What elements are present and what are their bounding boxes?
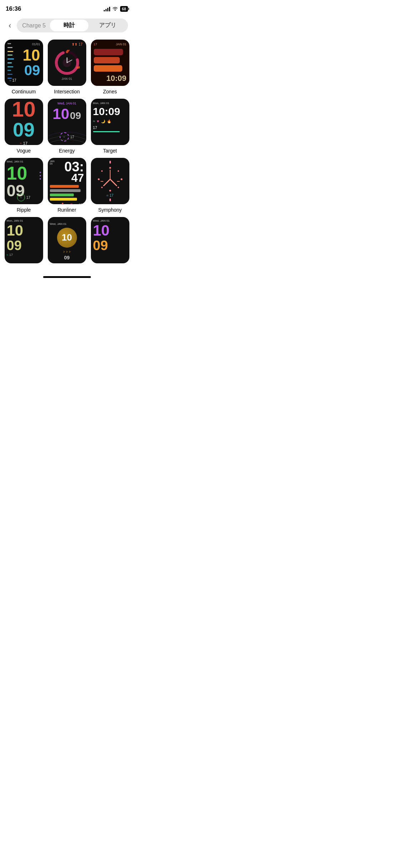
watch-face-preview-target: Mon, JAN 01 10:09 ≈ ♥ 🌙 🔥 17 [91, 99, 129, 145]
svg-point-0 [114, 10, 115, 11]
tab-apps[interactable]: アプリ [88, 20, 127, 31]
bottom2-time-area: › › › 09 [63, 249, 71, 260]
ripple-bottom: ≈ 17 [5, 193, 43, 201]
watch-face-name-intersection: Intersection [54, 89, 79, 94]
watch-face-name-ripple: Ripple [17, 207, 31, 213]
svg-point-13 [101, 170, 103, 172]
svg-point-10 [118, 170, 119, 172]
zones-header: 17 JAN 01 [94, 42, 127, 46]
runliner-pin-icon: 📍 [61, 203, 65, 205]
bottom2-circle: 10 [57, 228, 77, 248]
watch-face-item-runliner[interactable]: JAN 05 03: 47 👟 📍 ♥ 100 Ru [47, 158, 86, 213]
wifi-icon [112, 6, 118, 12]
watch-face-preview-intersection: ⬆⬆17 JAN 01 [48, 40, 86, 86]
watch-face-preview-bottom1: Mon, JAN 01 10 09 ≈17 [5, 217, 43, 263]
intersection-chart [54, 50, 80, 76]
svg-point-7 [120, 178, 122, 180]
continuum-hour: 10 09 [23, 47, 40, 77]
watch-face-preview-continuum: 01/01 10 09 ≈ 17 [5, 40, 43, 86]
target-icons: ≈ ♥ 🌙 🔥 [91, 118, 129, 125]
vogue-steps: ≈ 17 [20, 141, 27, 145]
bottom2-chevrons: › › › [63, 249, 71, 254]
nav-bar: ‹ Charge 5 時計 アプリ [0, 16, 134, 37]
watch-face-name-symphony: Symphony [98, 207, 122, 213]
bottom3-minute: 09 [91, 239, 129, 252]
watch-face-item-target[interactable]: Mon, JAN 01 10:09 ≈ ♥ 🌙 🔥 17 Target [91, 99, 129, 154]
intersection-date: JAN 01 [62, 77, 72, 81]
back-button[interactable]: ‹ [6, 20, 14, 32]
energy-bg-lines [48, 126, 86, 145]
bottom2-minute: 09 [64, 255, 70, 260]
bottom3-hour: 10 [91, 222, 129, 239]
bottom1-date: Mon, JAN 01 [5, 217, 43, 222]
watch-face-grid: 01/01 10 09 ≈ 17 Continuum ⬆⬆17 [0, 37, 134, 272]
watch-face-item-vogue[interactable]: 10 09 ≈ 17 Vogue [4, 99, 43, 154]
energy-time: 10 09 [48, 107, 86, 122]
watch-face-item-bottom1[interactable]: Mon, JAN 01 10 09 ≈17 [4, 217, 43, 266]
watch-face-preview-ripple: Wed, JAN 01 10 09 ≈ 17 [5, 158, 43, 204]
runliner-bars [50, 185, 84, 201]
watch-face-item-symphony[interactable]: ≈17 Symphony [91, 158, 129, 213]
watch-face-preview-bottom3: Wed, JAN 01 10 09 [91, 217, 129, 263]
runliner-steps: 100 [78, 203, 84, 205]
watch-face-name-vogue: Vogue [17, 148, 31, 154]
watch-face-preview-energy: Wed, JAN 01 10 09 ≈ 17 [48, 99, 86, 145]
runliner-date: JAN [50, 160, 55, 162]
runliner-day: 05 [50, 162, 55, 165]
status-icons: 68 [104, 6, 128, 12]
intersection-steps: ⬆⬆17 [72, 42, 82, 46]
ripple-hour: 10 [5, 164, 43, 182]
watch-face-name-runliner: Runliner [57, 207, 76, 213]
home-indicator [43, 276, 91, 278]
watch-face-preview-zones: 17 JAN 01 10:09 [91, 40, 129, 86]
device-name-label: Charge 5 [18, 20, 50, 31]
runliner-bottom: 👟 📍 ♥ 100 [50, 202, 84, 204]
continuum-date: 01/01 [32, 42, 40, 46]
svg-point-6 [109, 167, 111, 169]
zones-bars [94, 49, 127, 72]
signal-icon [104, 6, 110, 11]
svg-line-15 [110, 179, 117, 186]
bottom1-minute: 09 [5, 239, 43, 252]
symphony-top-dot [109, 161, 111, 164]
watch-face-name-energy: Energy [59, 148, 74, 154]
svg-point-9 [98, 178, 99, 180]
bottom2-date: Wed, JAN 01 [48, 220, 69, 226]
tab-clock[interactable]: 時計 [50, 20, 88, 31]
watch-face-preview-symphony: ≈17 [91, 158, 129, 204]
svg-point-8 [109, 190, 111, 191]
target-date: Mon, JAN 01 [91, 99, 129, 105]
symphony-bottom-dot [109, 198, 111, 201]
symphony-clock-svg [96, 165, 124, 193]
target-progress-bar [93, 131, 120, 132]
watch-face-name-continuum: Continuum [12, 89, 36, 94]
ripple-dots-right [40, 172, 41, 180]
watch-face-item-energy[interactable]: Wed, JAN 01 10 09 ≈ 17 Energy [47, 99, 86, 154]
target-steps: 17 [91, 125, 129, 130]
watch-face-name-zones: Zones [103, 89, 117, 94]
watch-face-item-zones[interactable]: 17 JAN 01 10:09 Zones [91, 40, 129, 94]
watch-face-preview-vogue: 10 09 ≈ 17 [5, 99, 43, 145]
watch-face-item-continuum[interactable]: 01/01 10 09 ≈ 17 Continuum [4, 40, 43, 94]
watch-face-item-intersection[interactable]: ⬆⬆17 JAN 01 Intersection [47, 40, 86, 94]
svg-point-11 [118, 187, 119, 188]
symphony-steps: ≈17 [107, 193, 114, 197]
bottom1-hour: 10 [5, 222, 43, 239]
target-time: 10:09 [91, 105, 129, 118]
ripple-ring: ≈ [17, 193, 25, 201]
watch-face-item-bottom2[interactable]: Wed, JAN 01 10 › › › 09 [47, 217, 86, 266]
watch-face-item-bottom3[interactable]: Wed, JAN 01 10 09 [91, 217, 129, 266]
energy-date: Wed, JAN 01 [48, 99, 86, 105]
bottom1-steps: ≈17 [5, 252, 43, 257]
status-time: 16:36 [6, 5, 21, 12]
bottom3-date: Wed, JAN 01 [91, 217, 129, 222]
vogue-minute: 09 [13, 120, 35, 140]
watch-face-preview-bottom2: Wed, JAN 01 10 › › › 09 [48, 217, 86, 263]
watch-face-name-target: Target [103, 148, 117, 154]
segment-control: Charge 5 時計 アプリ [17, 19, 128, 32]
zones-time-area: 10:09 [94, 74, 127, 83]
continuum-lines [7, 43, 12, 79]
watch-face-preview-runliner: JAN 05 03: 47 👟 📍 ♥ 100 [48, 158, 86, 204]
watch-face-item-ripple[interactable]: Wed, JAN 01 10 09 ≈ 17 Ripple [4, 158, 43, 213]
svg-point-12 [101, 187, 103, 188]
